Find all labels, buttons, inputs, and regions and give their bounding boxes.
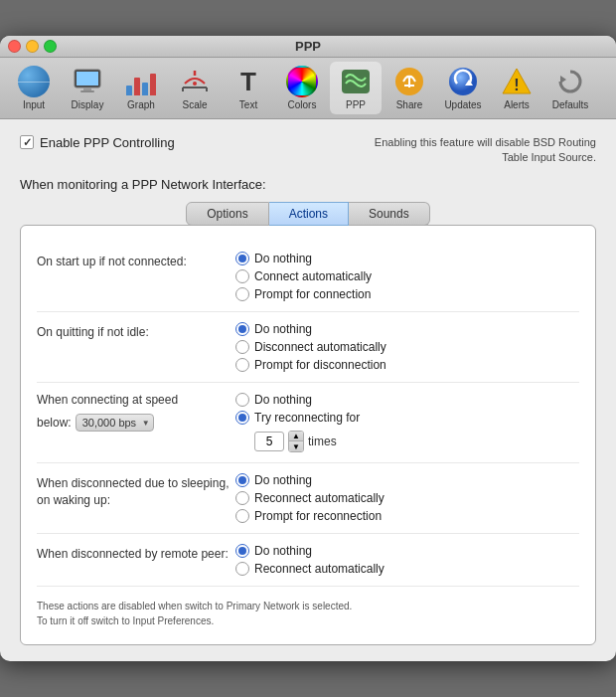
display-icon: [72, 66, 103, 97]
toolbar-label-input: Input: [23, 99, 45, 110]
toolbar-item-alerts[interactable]: ! Alerts: [491, 62, 542, 114]
quitting-disconnect[interactable]: Disconnect automatically: [235, 340, 386, 354]
sleeping-prompt[interactable]: Prompt for reconnection: [235, 509, 385, 523]
speed-reconnect-radio[interactable]: [235, 411, 249, 425]
svg-point-8: [193, 82, 197, 86]
sleeping-prompt-radio[interactable]: [235, 509, 249, 523]
startup-prompt[interactable]: Prompt for connection: [235, 287, 372, 301]
toolbar-item-scale[interactable]: Scale: [169, 62, 221, 114]
speed-options: Do nothing Try reconnecting for ▲ ▼: [235, 393, 360, 452]
spinner-buttons: ▲ ▼: [288, 431, 304, 452]
content-area: Enable PPP Controlling Enabling this fea…: [0, 119, 616, 662]
svg-rect-9: [342, 70, 370, 93]
spinner-input[interactable]: [254, 432, 284, 451]
svg-rect-3: [80, 90, 94, 92]
svg-marker-17: [560, 76, 566, 84]
toolbar-item-defaults[interactable]: Defaults: [544, 62, 596, 114]
speed-label-line1: When connecting at speed: [37, 393, 235, 407]
startup-connect-auto-radio[interactable]: [235, 269, 249, 283]
enable-label: Enable PPP Controlling: [40, 135, 175, 150]
quitting-label: On quitting if not idle:: [37, 322, 235, 341]
startup-prompt-radio[interactable]: [235, 287, 249, 301]
text-icon: T: [232, 66, 264, 97]
graph-icon: [125, 66, 157, 97]
quitting-nothing-radio[interactable]: [235, 322, 249, 336]
tabs-row: Options Actions Sounds: [20, 202, 596, 226]
maximize-button[interactable]: [44, 40, 57, 53]
tab-actions[interactable]: Actions: [269, 202, 349, 226]
startup-connect-auto[interactable]: Connect automatically: [235, 269, 372, 283]
speed-nothing-radio[interactable]: [235, 393, 249, 407]
quitting-row: On quitting if not idle: Do nothing Disc…: [37, 312, 579, 383]
remote-reconnect-radio[interactable]: [235, 562, 249, 576]
toolbar-item-updates[interactable]: Updates: [437, 62, 489, 114]
startup-nothing-radio[interactable]: [235, 252, 249, 265]
toolbar-item-graph[interactable]: Graph: [115, 62, 167, 114]
sleeping-reconnect[interactable]: Reconnect automatically: [235, 491, 385, 505]
speed-label-area: When connecting at speed below: 30,000 b…: [37, 393, 235, 432]
quitting-prompt-radio[interactable]: [235, 358, 249, 372]
tab-panel-container: Options Actions Sounds On start up if no…: [20, 202, 596, 645]
when-monitoring-label: When monitoring a PPP Network Interface:: [20, 177, 596, 192]
sleeping-options: Do nothing Reconnect automatically Promp…: [235, 473, 385, 523]
defaults-icon: [554, 66, 586, 97]
updates-icon: [447, 66, 479, 97]
sleeping-nothing[interactable]: Do nothing: [235, 473, 385, 487]
ppp-icon: [340, 66, 372, 97]
remote-nothing-radio[interactable]: [235, 544, 249, 558]
title-bar: PPP: [0, 36, 616, 58]
toolbar-label-alerts: Alerts: [504, 99, 530, 110]
globe-icon: [18, 66, 50, 97]
colors-icon: [286, 66, 318, 97]
toolbar-item-share[interactable]: Share: [384, 62, 435, 114]
toolbar-item-colors[interactable]: Colors: [276, 62, 328, 114]
svg-point-13: [449, 68, 477, 95]
toolbar-label-share: Share: [396, 99, 423, 110]
close-button[interactable]: [8, 40, 21, 53]
toolbar-label-colors: Colors: [288, 99, 317, 110]
enable-row: Enable PPP Controlling Enabling this fea…: [20, 135, 596, 166]
svg-rect-2: [83, 87, 91, 90]
minimize-button[interactable]: [26, 40, 39, 53]
toolbar-item-display[interactable]: Display: [62, 62, 113, 114]
remote-label: When disconnected by remote peer:: [37, 544, 235, 563]
enable-checkbox[interactable]: [20, 135, 34, 149]
remote-options: Do nothing Reconnect automatically: [235, 544, 385, 576]
speed-row: When connecting at speed below: 30,000 b…: [37, 383, 579, 463]
spinner-down[interactable]: ▼: [289, 441, 303, 451]
startup-label: On start up if not connected:: [37, 252, 235, 270]
window-title: PPP: [295, 39, 321, 54]
sleeping-reconnect-radio[interactable]: [235, 491, 249, 505]
quitting-disconnect-radio[interactable]: [235, 340, 249, 354]
spinner-group: ▲ ▼ times: [254, 431, 360, 452]
spinner-up[interactable]: ▲: [289, 432, 303, 441]
tab-options[interactable]: Options: [186, 202, 268, 226]
spinner-label: times: [308, 435, 337, 448]
sleeping-nothing-radio[interactable]: [235, 473, 249, 487]
svg-rect-1: [77, 72, 98, 86]
enable-left: Enable PPP Controlling: [20, 135, 175, 150]
startup-nothing[interactable]: Do nothing: [235, 252, 372, 265]
quitting-nothing[interactable]: Do nothing: [235, 322, 386, 336]
tab-sounds[interactable]: Sounds: [349, 202, 430, 226]
speed-below-text: below:: [37, 416, 72, 430]
speed-reconnect[interactable]: Try reconnecting for: [235, 411, 360, 425]
enable-note: Enabling this feature will disable BSD R…: [358, 135, 596, 166]
toolbar-item-input[interactable]: Input: [8, 62, 60, 114]
toolbar-item-ppp[interactable]: PPP: [330, 62, 382, 114]
alerts-icon: !: [501, 66, 533, 97]
sleeping-label: When disconnected due to sleeping, on wa…: [37, 473, 235, 509]
toolbar-label-updates: Updates: [444, 99, 481, 110]
footer-note-line1: These actions are disabled when switch t…: [37, 599, 579, 613]
speed-select[interactable]: 30,000 bps 10,000 bps 20,000 bps 40,000 …: [76, 414, 154, 432]
traffic-lights: [8, 40, 57, 53]
toolbar-item-text[interactable]: T Text: [223, 62, 274, 114]
remote-reconnect[interactable]: Reconnect automatically: [235, 562, 385, 576]
main-window: PPP Input Display: [0, 36, 616, 662]
remote-nothing[interactable]: Do nothing: [235, 544, 385, 558]
svg-text:!: !: [514, 77, 519, 93]
toolbar-label-display: Display: [72, 99, 104, 110]
toolbar-label-scale: Scale: [182, 99, 207, 110]
quitting-prompt[interactable]: Prompt for disconnection: [235, 358, 386, 372]
speed-nothing[interactable]: Do nothing: [235, 393, 360, 407]
